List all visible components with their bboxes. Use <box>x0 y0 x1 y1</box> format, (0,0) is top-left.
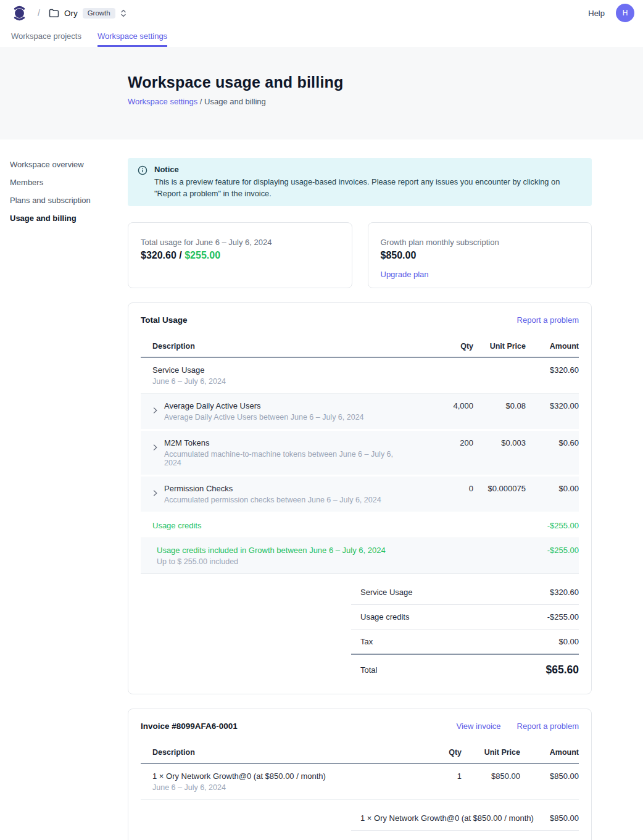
selector-chevrons-icon <box>120 9 127 18</box>
preview-notice-banner: Notice This is a preview feature for dis… <box>128 158 592 206</box>
main-content: Notice This is a preview feature for dis… <box>128 139 592 840</box>
breadcrumb-current: / Usage and billing <box>197 97 266 106</box>
table-row: Service Usage June 6 – July 6, 2024 $320… <box>141 358 579 394</box>
table-row: Usage credits included in Growth between… <box>141 538 579 574</box>
table-row: 1 × Ory Network Growth@0 (at $850.00 / m… <box>141 764 579 800</box>
row-qty: 200 <box>405 438 473 447</box>
row-subtitle: June 6 – July 6, 2024 <box>152 377 226 386</box>
workspace-switcher[interactable]: Ory Growth <box>49 8 127 19</box>
page-title: Workspace usage and billing <box>128 73 643 91</box>
ory-logo-icon[interactable] <box>12 5 27 22</box>
col-amount: Amount <box>520 748 579 757</box>
col-qty: Qty <box>425 748 462 757</box>
summary-label: Tax <box>351 637 373 646</box>
topbar-right: Help H <box>588 4 634 22</box>
row-amount: -$255.00 <box>526 546 579 555</box>
row-title: Average Daily Active Users <box>164 401 364 410</box>
notice-content: Notice This is a preview feature for dis… <box>154 165 580 199</box>
page-header: Workspace usage and billing Workspace se… <box>0 47 643 139</box>
invoice-panel-header: Invoice #8099AFA6-0001 View invoice Repo… <box>128 721 591 732</box>
summary-row: Service Usage $320.60 <box>351 580 579 605</box>
settings-sidebar: Workspace overview Members Plans and sub… <box>0 139 128 840</box>
usage-panel-header: Total Usage Report a problem <box>128 315 591 326</box>
row-amount: $0.00 <box>526 484 579 493</box>
summary-row: Usage credits -$255.00 <box>351 605 579 630</box>
sidebar-item-members[interactable]: Members <box>10 178 128 187</box>
usage-amount-included: $255.00 <box>185 250 220 260</box>
upgrade-plan-link[interactable]: Upgrade plan <box>381 270 429 279</box>
row-amount: $0.60 <box>526 438 579 447</box>
breadcrumb: Workspace settings / Usage and billing <box>128 97 643 106</box>
row-subtitle: Up to $ 255.00 included <box>157 557 386 566</box>
row-unit-price: $0.08 <box>473 401 526 410</box>
sidebar-item-workspace-overview[interactable]: Workspace overview <box>10 160 128 169</box>
billing-summary-cards: Total usage for June 6 – July 6, 2024 $3… <box>128 222 592 288</box>
row-unit-price: $0.000075 <box>473 484 526 493</box>
row-title: Service Usage <box>152 365 226 375</box>
col-description: Description <box>141 342 405 351</box>
row-qty: 1 <box>425 771 462 781</box>
col-unit-price: Unit Price <box>473 342 526 351</box>
row-unit-price: $0.003 <box>473 438 526 447</box>
sidebar-item-usage-and-billing[interactable]: Usage and billing <box>10 214 128 223</box>
invoice-table: Description Qty Unit Price Amount 1 × Or… <box>141 744 579 800</box>
summary-amount: -$255.00 <box>547 612 579 622</box>
total-usage-panel: Total Usage Report a problem Description… <box>128 302 592 694</box>
row-unit-price: $850.00 <box>462 771 520 781</box>
notice-title: Notice <box>154 165 580 174</box>
invoice-report-problem-link[interactable]: Report a problem <box>517 721 579 731</box>
breadcrumb-link-workspace-settings[interactable]: Workspace settings <box>128 97 197 106</box>
subscription-label: Growth plan monthly subscription <box>381 238 579 247</box>
tab-workspace-projects[interactable]: Workspace projects <box>11 26 81 47</box>
view-invoice-link[interactable]: View invoice <box>457 721 501 731</box>
help-link[interactable]: Help <box>588 9 605 18</box>
summary-label: 1 × Ory Network Growth@0 (at $850.00 / m… <box>351 813 534 823</box>
invoice-panel: Invoice #8099AFA6-0001 View invoice Repo… <box>128 709 592 840</box>
usage-report-problem-link[interactable]: Report a problem <box>517 315 579 325</box>
sidebar-item-plans-and-subscription[interactable]: Plans and subscription <box>10 196 128 205</box>
workspace-plan-badge: Growth <box>83 8 115 19</box>
info-icon <box>138 165 147 199</box>
total-usage-value: $320.60 / $255.00 <box>141 250 339 261</box>
row-subtitle: Accumulated machine-to-machine tokens be… <box>164 450 405 467</box>
chevron-right-icon[interactable] <box>152 489 158 504</box>
summary-row: Tax $0.00 <box>351 831 579 840</box>
table-row: Permission Checks Accumulated permission… <box>141 476 579 514</box>
chevron-right-icon[interactable] <box>152 407 158 422</box>
chevron-right-icon[interactable] <box>152 444 158 467</box>
top-bar: / Ory Growth Help H <box>0 0 643 26</box>
user-avatar[interactable]: H <box>616 4 634 22</box>
summary-label: Service Usage <box>351 588 413 597</box>
row-amount: $320.00 <box>526 401 579 410</box>
summary-amount: $0.00 <box>558 637 579 646</box>
subscription-amount: $850.00 <box>381 250 579 261</box>
row-title: M2M Tokens <box>164 438 405 447</box>
usage-table-header: Description Qty Unit Price Amount <box>141 338 579 358</box>
col-qty: Qty <box>405 342 473 351</box>
row-title: Usage credits included in Growth between… <box>157 546 386 555</box>
summary-amount: $320.60 <box>550 588 579 597</box>
row-title: 1 × Ory Network Growth@0 (at $850.00 / m… <box>152 771 326 781</box>
total-usage-label: Total usage for June 6 – July 6, 2024 <box>141 238 339 247</box>
row-amount: $320.60 <box>526 365 579 375</box>
summary-total-label: Total <box>351 665 377 675</box>
invoice-summary: 1 × Ory Network Growth@0 (at $850.00 / m… <box>351 806 579 840</box>
col-description: Description <box>141 748 425 757</box>
row-subtitle: Average Daily Active Users between June … <box>164 413 364 422</box>
summary-total-amount: $65.60 <box>546 663 579 676</box>
row-title: Permission Checks <box>164 484 381 493</box>
invoice-table-header: Description Qty Unit Price Amount <box>141 744 579 764</box>
tab-workspace-settings[interactable]: Workspace settings <box>97 26 167 47</box>
usage-summary: Service Usage $320.60 Usage credits -$25… <box>351 580 579 679</box>
col-unit-price: Unit Price <box>462 748 520 757</box>
usage-amount-separator: / <box>176 250 185 260</box>
col-amount: Amount <box>526 342 579 351</box>
row-qty: 0 <box>405 484 473 493</box>
folder-icon <box>49 9 59 18</box>
row-title: Usage credits <box>152 521 201 530</box>
total-usage-card: Total usage for June 6 – July 6, 2024 $3… <box>128 222 352 288</box>
row-subtitle: Accumulated permission checks between Ju… <box>164 496 381 504</box>
breadcrumb-separator: / <box>38 8 40 18</box>
table-row: M2M Tokens Accumulated machine-to-machin… <box>141 431 579 476</box>
table-row: Average Daily Active Users Average Daily… <box>141 394 579 431</box>
